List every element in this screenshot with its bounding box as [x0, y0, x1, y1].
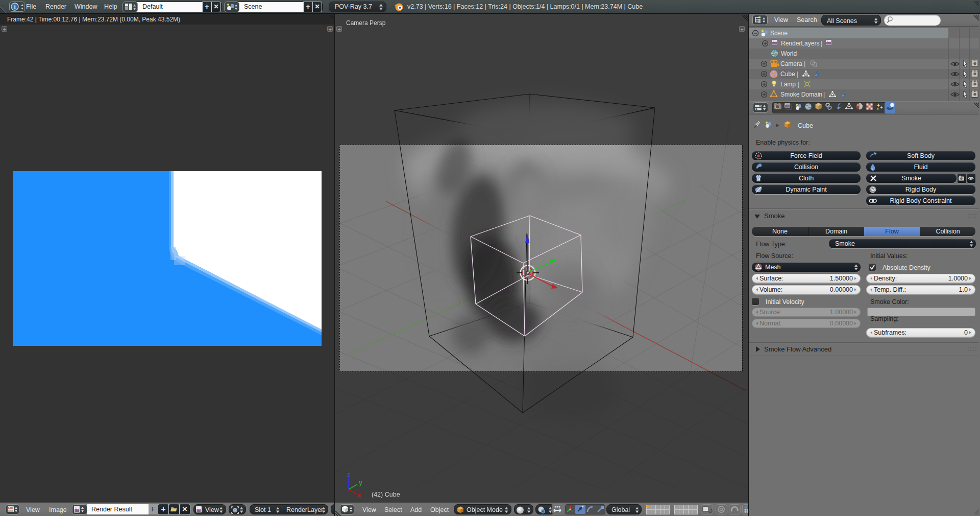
- svg-text:i: i: [14, 4, 15, 10]
- svg-text:y: y: [359, 479, 362, 486]
- svg-text:z: z: [347, 471, 350, 478]
- svg-text:1: 1: [758, 178, 760, 181]
- svg-text:x: x: [358, 492, 361, 499]
